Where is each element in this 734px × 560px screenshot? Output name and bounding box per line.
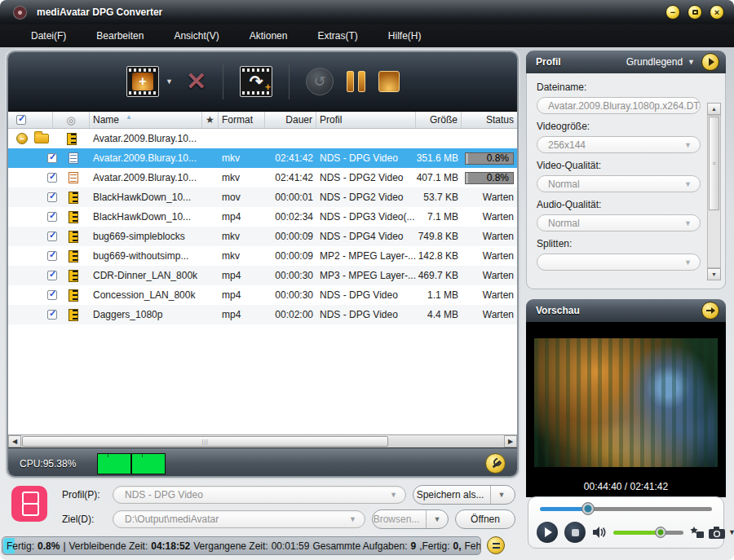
- cell-dauer: 02:41:42: [265, 168, 316, 187]
- profile-expand-button[interactable]: [701, 53, 719, 71]
- add-files-button[interactable]: +: [126, 66, 159, 97]
- row-checkbox[interactable]: [47, 271, 57, 280]
- table-row[interactable]: Avatar.2009.Bluray.10...mkv02:41:42NDS -…: [8, 168, 517, 187]
- table-row[interactable]: Avatar.2009.Bluray.10...mkv02:41:42NDS -…: [8, 148, 517, 168]
- table-row[interactable]: Concession_LAN_800kmp400:00:30NDS - DPG …: [8, 285, 517, 305]
- preview-next-button[interactable]: [701, 302, 719, 320]
- cell-format: mkv: [219, 148, 265, 168]
- table-row[interactable]: Daggers_1080pmp400:02:00NDS - DPG Video4…: [8, 305, 517, 324]
- audio-quality-select[interactable]: Normal▼: [537, 214, 701, 231]
- header-disc-cell[interactable]: ◎: [53, 112, 90, 128]
- toolbar: + ▼ ✕ ↷ + ↺: [8, 52, 517, 112]
- header-groesse[interactable]: Größe: [416, 112, 462, 128]
- header-format[interactable]: Format: [219, 112, 265, 128]
- cell-dauer: 00:00:01: [265, 187, 316, 207]
- add-files-chevron-down-icon[interactable]: ▼: [166, 77, 173, 86]
- row-lead-cell: [8, 227, 90, 246]
- scroll-up-button[interactable]: ▲: [707, 103, 721, 115]
- status-info-button[interactable]: [487, 536, 505, 554]
- menu-item-datei[interactable]: Datei(F): [31, 30, 66, 42]
- scroll-track[interactable]: ≡: [707, 115, 721, 268]
- table-row[interactable]: BlackHawkDown_10...mov00:00:01NDS - DPG2…: [8, 187, 517, 207]
- header-checkbox[interactable]: [16, 115, 26, 125]
- menu-item-bearbeiten[interactable]: Bearbeiten: [96, 30, 144, 42]
- scroll-left-button[interactable]: ◀: [8, 435, 21, 448]
- table-row[interactable]: −Avatar.2009.Bluray.10...: [8, 129, 517, 148]
- menu-item-aktionen[interactable]: Aktionen: [250, 30, 288, 42]
- header-status[interactable]: Status: [462, 112, 517, 128]
- volume-slider[interactable]: [613, 531, 683, 535]
- volume-thumb[interactable]: [655, 527, 666, 538]
- close-button[interactable]: ×: [710, 5, 724, 20]
- menu-item-extras[interactable]: Extras(T): [317, 30, 357, 42]
- header-checkbox-cell[interactable]: [8, 112, 53, 128]
- row-checkbox[interactable]: [47, 153, 57, 163]
- cell-status: Warten: [462, 285, 517, 305]
- dateiname-input[interactable]: Avatar.2009.Bluray.1080p.x264.DTS-Cl: [537, 97, 701, 114]
- table-row[interactable]: BlackHawkDown_10...mp400:02:34NDS - DPG3…: [8, 207, 517, 227]
- maximize-button[interactable]: [688, 5, 702, 20]
- pause-button[interactable]: [347, 71, 365, 92]
- row-checkbox[interactable]: [47, 192, 57, 202]
- stop-playback-button[interactable]: [564, 522, 586, 543]
- convert-button[interactable]: ↷ +: [240, 66, 272, 97]
- bookmark-frame-icon[interactable]: [690, 526, 705, 540]
- table-row[interactable]: bug669-withoutsimp...mkv00:00:09MP2 - MP…: [8, 246, 517, 266]
- table-row[interactable]: bug669-simpleblocksmkv00:00:09NDS - DPG4…: [8, 227, 517, 246]
- row-lead-cell: [8, 305, 90, 324]
- cell-format: mp4: [219, 207, 265, 227]
- ziel-select[interactable]: D:\Output\mediAvatar▼: [113, 510, 365, 528]
- row-checkbox[interactable]: [47, 173, 57, 183]
- stop-icon: [572, 529, 579, 536]
- stop-button[interactable]: [378, 71, 400, 92]
- seek-slider[interactable]: [540, 507, 712, 511]
- open-button[interactable]: Öffnen: [455, 509, 515, 529]
- row-checkbox[interactable]: [47, 310, 57, 320]
- video-frame[interactable]: [534, 338, 718, 467]
- header-profil[interactable]: Profil: [316, 112, 416, 128]
- cell-dauer: 00:00:30: [265, 266, 316, 285]
- row-checkbox[interactable]: [47, 212, 57, 222]
- menu-item-ansicht[interactable]: Ansicht(V): [174, 30, 219, 42]
- minimize-button[interactable]: −: [665, 5, 680, 20]
- cell-profil: NDS - DPG3 Video(...: [316, 207, 416, 227]
- scroll-right-button[interactable]: ▶: [504, 435, 517, 448]
- cell-status: [462, 129, 517, 148]
- browse-button[interactable]: Browsen...▼: [372, 509, 449, 529]
- splitten-select[interactable]: ▼: [537, 254, 701, 271]
- settings-wrench-button[interactable]: [485, 453, 506, 474]
- h-scrollbar[interactable]: ◀ ||| ▶: [8, 434, 517, 448]
- scroll-thumb[interactable]: |||: [22, 436, 388, 447]
- seek-thumb[interactable]: [581, 502, 595, 515]
- cpu-meters: [97, 453, 166, 474]
- collapse-toggle[interactable]: −: [16, 133, 28, 144]
- row-checkbox[interactable]: [47, 290, 57, 300]
- profile-scrollbar[interactable]: ▲ ≡ ▼: [707, 103, 721, 280]
- cell-groesse: 469.7 KB: [416, 266, 462, 285]
- header-dauer[interactable]: Dauer: [265, 112, 316, 128]
- table-row[interactable]: CDR-Dinner_LAN_800kmp400:00:30MP3 - MPEG…: [8, 266, 517, 285]
- play-button[interactable]: [537, 522, 558, 543]
- snapshot-chevron-down-icon[interactable]: ▼: [728, 528, 734, 536]
- scroll-thumb[interactable]: ≡: [709, 117, 719, 210]
- row-lead-cell: [8, 207, 90, 227]
- status-elapsed-label: Vergangene Zeit:: [193, 540, 268, 552]
- refresh-button[interactable]: ↺: [306, 68, 334, 95]
- volume-icon[interactable]: [592, 526, 607, 539]
- video-quality-select[interactable]: Normal▼: [537, 175, 701, 192]
- profil-select[interactable]: NDS - DPG Video▼: [113, 486, 406, 504]
- header-star[interactable]: ★: [202, 112, 219, 128]
- save-as-button[interactable]: Speichern als...▼: [413, 485, 515, 505]
- scroll-down-button[interactable]: ▼: [707, 268, 721, 280]
- menu-item-hilfe[interactable]: Hilfe(H): [388, 30, 422, 42]
- row-checkbox[interactable]: [47, 251, 57, 261]
- camera-icon[interactable]: [709, 527, 725, 539]
- header-name[interactable]: Name▲: [90, 112, 202, 128]
- save-as-chevron-down-icon[interactable]: ▼: [490, 486, 511, 504]
- profile-preset-select[interactable]: Grundlegend ▼: [626, 56, 695, 68]
- videogroesse-select[interactable]: 256x144▼: [537, 136, 701, 153]
- delete-button[interactable]: ✕: [186, 69, 206, 94]
- convert-arrow-icon: ↷: [250, 72, 263, 91]
- browse-chevron-down-icon[interactable]: ▼: [426, 510, 447, 528]
- row-checkbox[interactable]: [47, 231, 57, 241]
